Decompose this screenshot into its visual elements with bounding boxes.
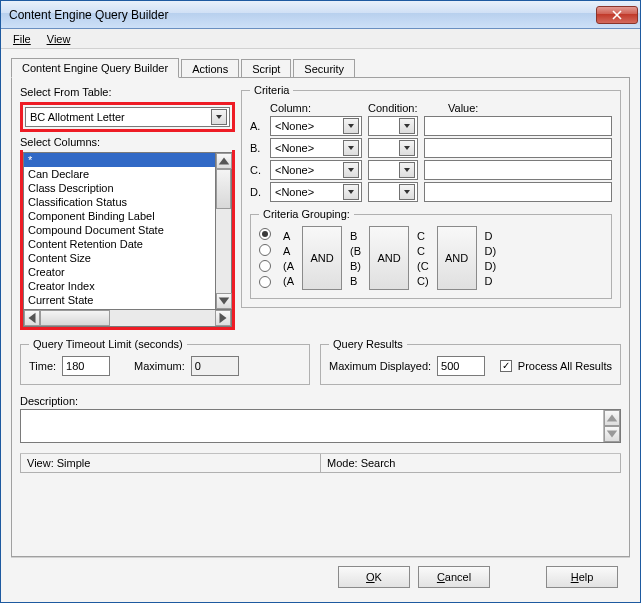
condition-dropdown-b[interactable] xyxy=(368,138,418,158)
condition-dropdown-a[interactable] xyxy=(368,116,418,136)
chevron-left-icon xyxy=(25,311,39,325)
right-column: Criteria Column: Condition: Value: A. <N… xyxy=(241,84,621,330)
client-area: Content Engine Query Builder Actions Scr… xyxy=(1,49,640,602)
group-col-1: A A (A (A xyxy=(277,226,300,290)
list-item[interactable]: Current State xyxy=(24,293,215,307)
tab-security[interactable]: Security xyxy=(293,59,355,78)
grouping-radio-1[interactable] xyxy=(259,228,271,240)
chevron-down-icon xyxy=(605,427,619,441)
tab-page: Select From Table: BC Allotment Letter S… xyxy=(11,77,630,557)
row-label: C. xyxy=(250,164,264,176)
dropdown-button[interactable] xyxy=(343,118,359,134)
menu-view[interactable]: View xyxy=(41,31,77,47)
tab-actions[interactable]: Actions xyxy=(181,59,239,78)
maximum-label: Maximum: xyxy=(134,360,185,372)
grouping-radio-3[interactable] xyxy=(259,260,271,272)
scroll-thumb[interactable] xyxy=(216,169,231,209)
scroll-down-button[interactable] xyxy=(216,293,232,309)
scroll-right-button[interactable] xyxy=(215,310,231,326)
dropdown-button[interactable] xyxy=(343,140,359,156)
scroll-htrack[interactable] xyxy=(40,310,215,326)
list-item[interactable]: Class Description xyxy=(24,181,215,195)
list-item[interactable]: Content Size xyxy=(24,251,215,265)
grouping-radios xyxy=(259,226,275,290)
list-item[interactable]: Classification Status xyxy=(24,195,215,209)
table-dropdown-button[interactable] xyxy=(211,109,227,125)
dropdown-button[interactable] xyxy=(399,162,415,178)
scroll-down-button[interactable] xyxy=(604,426,620,442)
select-columns-label: Select Columns: xyxy=(20,136,235,148)
and-button-3[interactable]: AND xyxy=(437,226,477,290)
value-input-b[interactable] xyxy=(424,138,612,158)
value-header: Value: xyxy=(448,102,612,114)
process-all-checkbox[interactable] xyxy=(500,360,512,372)
time-input[interactable] xyxy=(62,356,110,376)
grouping-radio-2[interactable] xyxy=(259,244,271,256)
criteria-fieldset: Criteria Column: Condition: Value: A. <N… xyxy=(241,84,621,308)
group-col-2: B (B B) B xyxy=(344,226,367,290)
timeout-fieldset: Query Timeout Limit (seconds) Time: Maxi… xyxy=(20,338,310,385)
value-input-a[interactable] xyxy=(424,116,612,136)
button-row: OK Cancel Help xyxy=(11,557,630,596)
value-input-c[interactable] xyxy=(424,160,612,180)
list-item[interactable]: Creator xyxy=(24,265,215,279)
cancel-button[interactable]: Cancel xyxy=(418,566,490,588)
column-dropdown-a[interactable]: <None> xyxy=(270,116,362,136)
list-item[interactable]: Component Binding Label xyxy=(24,209,215,223)
mode-status: Mode: Search xyxy=(320,454,621,473)
table-dropdown[interactable]: BC Allotment Letter xyxy=(25,107,230,127)
column-dropdown-d[interactable]: <None> xyxy=(270,182,362,202)
and-button-2[interactable]: AND xyxy=(369,226,409,290)
results-legend: Query Results xyxy=(329,338,407,350)
and-button-1[interactable]: AND xyxy=(302,226,342,290)
columns-hscroll[interactable] xyxy=(23,310,232,327)
dropdown-button[interactable] xyxy=(399,184,415,200)
select-from-table-label: Select From Table: xyxy=(20,86,235,98)
chevron-down-icon xyxy=(347,144,355,152)
scroll-track[interactable] xyxy=(216,169,231,293)
ok-button[interactable]: OK xyxy=(338,566,410,588)
chevron-down-icon xyxy=(217,294,231,308)
scroll-hthumb[interactable] xyxy=(40,310,110,326)
left-column: Select From Table: BC Allotment Letter S… xyxy=(20,84,235,330)
dropdown-button[interactable] xyxy=(343,162,359,178)
condition-header: Condition: xyxy=(368,102,442,114)
close-button[interactable] xyxy=(596,6,638,24)
list-item[interactable]: Content Retention Date xyxy=(24,237,215,251)
tab-query-builder[interactable]: Content Engine Query Builder xyxy=(11,58,179,78)
dropdown-button[interactable] xyxy=(343,184,359,200)
condition-dropdown-c[interactable] xyxy=(368,160,418,180)
window-title: Content Engine Query Builder xyxy=(9,8,596,22)
description-textarea[interactable] xyxy=(20,409,621,443)
dropdown-button[interactable] xyxy=(399,140,415,156)
list-item[interactable]: Can Declare xyxy=(24,167,215,181)
help-button[interactable]: Help xyxy=(546,566,618,588)
menu-file[interactable]: File xyxy=(7,31,37,47)
columns-vscroll[interactable] xyxy=(215,152,232,310)
view-status: View: Simple xyxy=(20,454,320,473)
column-dropdown-c[interactable]: <None> xyxy=(270,160,362,180)
list-item[interactable]: * xyxy=(24,153,215,167)
column-dropdown-b[interactable]: <None> xyxy=(270,138,362,158)
value-input-d[interactable] xyxy=(424,182,612,202)
scroll-up-button[interactable] xyxy=(216,153,232,169)
condition-dropdown-d[interactable] xyxy=(368,182,418,202)
radio-icon xyxy=(259,260,271,272)
grouping-radio-4[interactable] xyxy=(259,276,271,288)
status-row: View: Simple Mode: Search xyxy=(20,453,621,473)
scroll-left-button[interactable] xyxy=(24,310,40,326)
tab-strip: Content Engine Query Builder Actions Scr… xyxy=(11,55,630,77)
chevron-up-icon xyxy=(605,411,619,425)
description-vscroll[interactable] xyxy=(603,410,620,442)
max-displayed-input[interactable] xyxy=(437,356,485,376)
scroll-up-button[interactable] xyxy=(604,410,620,426)
columns-listbox[interactable]: * Can Declare Class Description Classifi… xyxy=(23,152,215,310)
menubar: File View xyxy=(1,29,640,49)
grouping-legend: Criteria Grouping: xyxy=(259,208,354,220)
list-item[interactable]: Compound Document State xyxy=(24,223,215,237)
tab-script[interactable]: Script xyxy=(241,59,291,78)
dropdown-button[interactable] xyxy=(399,118,415,134)
titlebar: Content Engine Query Builder xyxy=(1,1,640,29)
list-item[interactable]: Creator Index xyxy=(24,279,215,293)
chevron-down-icon xyxy=(403,188,411,196)
